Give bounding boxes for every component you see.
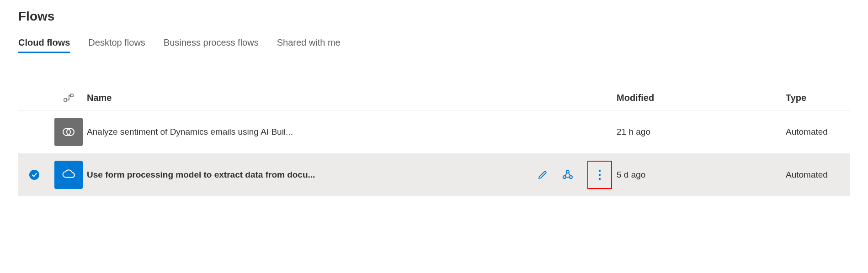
- vertical-dots-icon: [598, 169, 601, 181]
- more-actions-button[interactable]: [587, 161, 612, 189]
- column-header-name[interactable]: Name: [87, 93, 521, 103]
- tab-desktop-flows[interactable]: Desktop flows: [88, 37, 145, 53]
- flow-type: Automated: [786, 170, 850, 180]
- tab-business-process-flows[interactable]: Business process flows: [164, 37, 259, 53]
- share-button[interactable]: [562, 169, 574, 181]
- svg-point-7: [599, 170, 601, 172]
- checkmark-icon: [29, 170, 39, 180]
- svg-rect-1: [70, 94, 73, 97]
- flow-name[interactable]: Analyze sentiment of Dynamics emails usi…: [87, 127, 293, 137]
- tab-shared-with-me[interactable]: Shared with me: [277, 37, 341, 53]
- tab-cloud-flows[interactable]: Cloud flows: [18, 37, 70, 53]
- table-row[interactable]: Use form processing model to extract dat…: [18, 153, 850, 196]
- flow-modified: 5 d ago: [617, 170, 786, 180]
- svg-point-8: [599, 174, 601, 176]
- table-row[interactable]: Analyze sentiment of Dynamics emails usi…: [18, 110, 850, 153]
- flow-type: Automated: [786, 127, 850, 137]
- column-header-type[interactable]: Type: [786, 93, 850, 103]
- column-header-modified[interactable]: Modified: [617, 93, 786, 103]
- svg-point-4: [566, 170, 569, 173]
- tabs: Cloud flows Desktop flows Business proce…: [18, 37, 850, 53]
- svg-point-5: [563, 176, 566, 178]
- table-header: Name Modified Type: [18, 85, 850, 110]
- flow-type-icon: [63, 92, 75, 104]
- edit-button[interactable]: [537, 169, 548, 180]
- flow-name[interactable]: Use form processing model to extract dat…: [87, 170, 315, 180]
- svg-point-6: [570, 176, 572, 178]
- share-icon: [562, 169, 574, 181]
- svg-rect-0: [64, 99, 67, 101]
- row-selector[interactable]: [18, 170, 50, 180]
- flow-modified: 21 h ago: [617, 127, 786, 137]
- pencil-icon: [537, 169, 548, 180]
- flows-table: Name Modified Type Analyze sentiment of …: [18, 85, 850, 196]
- svg-point-9: [599, 178, 601, 180]
- onedrive-icon: [54, 161, 83, 189]
- page-title: Flows: [18, 9, 850, 24]
- dynamics-icon: [54, 118, 83, 146]
